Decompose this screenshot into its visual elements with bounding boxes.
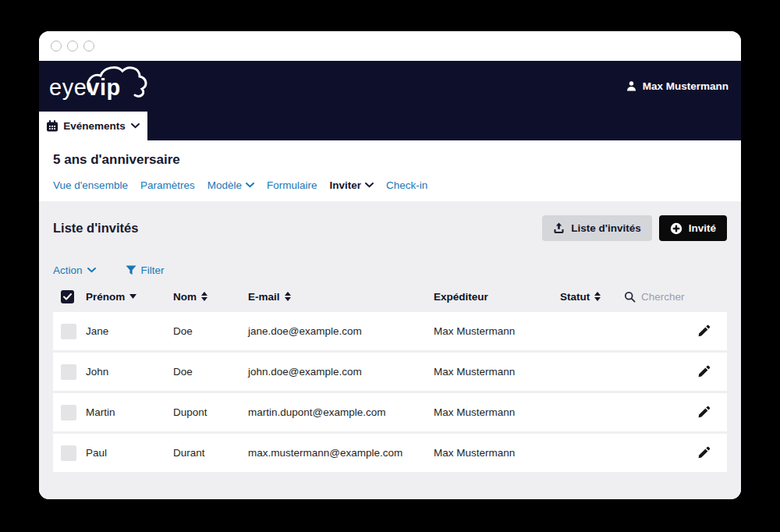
- nav-invite-label: Inviter: [329, 179, 361, 191]
- tab-events-label: Evénements: [63, 120, 126, 132]
- chevron-down-icon: [365, 183, 374, 188]
- window-control-close[interactable]: [51, 41, 62, 51]
- section-title: Liste d'invités: [53, 221, 138, 236]
- nav-invite[interactable]: Inviter: [329, 179, 374, 191]
- cell-firstname: Paul: [86, 447, 173, 459]
- user-icon: [626, 80, 637, 92]
- edit-guest-button[interactable]: [696, 404, 727, 420]
- guest-list-section: Liste d'invités Liste d'invités: [39, 201, 741, 499]
- nav-form-label: Formulaire: [267, 179, 317, 191]
- column-header-firstname[interactable]: Prénom: [86, 291, 173, 303]
- nav-settings-label: Paramètres: [140, 179, 195, 191]
- column-header-status[interactable]: Statut: [560, 291, 624, 303]
- upload-icon: [553, 222, 565, 234]
- sort-both-icon: [285, 292, 291, 301]
- cell-email: john.doe@example.com: [248, 366, 434, 378]
- column-header-status-label: Statut: [560, 291, 590, 303]
- filter-icon: [126, 265, 136, 275]
- search-icon: [624, 291, 636, 303]
- column-header-lastname[interactable]: Nom: [173, 291, 248, 303]
- pencil-icon: [697, 406, 711, 419]
- chevron-down-icon: [246, 183, 254, 188]
- table-header-row: Prénom Nom E-mail Expédit: [53, 287, 727, 306]
- select-all-checkbox[interactable]: [61, 290, 74, 303]
- sort-both-icon: [201, 292, 207, 301]
- app-window: eyevip Max Mustermann: [39, 31, 741, 499]
- upload-guest-list-button[interactable]: Liste d'invités: [542, 215, 651, 241]
- filter-label: Filter: [141, 264, 165, 276]
- window-control-maximize[interactable]: [83, 41, 94, 51]
- eyevip-logo[interactable]: eyevip: [49, 76, 121, 99]
- table-search: [624, 291, 708, 303]
- column-header-lastname-label: Nom: [173, 291, 197, 303]
- row-checkbox[interactable]: [61, 405, 76, 420]
- cell-sender: Max Mustermann: [434, 406, 560, 418]
- column-header-sender: Expéditeur: [434, 291, 560, 303]
- row-checkbox[interactable]: [61, 364, 76, 380]
- sort-desc-icon: [129, 294, 136, 299]
- page-title: 5 ans d'anniversaire: [53, 152, 727, 168]
- row-checkbox[interactable]: [61, 324, 76, 339]
- plus-circle-icon: [670, 222, 682, 235]
- edit-guest-button[interactable]: [696, 364, 727, 380]
- app-header: eyevip Max Mustermann: [39, 61, 741, 140]
- table-row: John Doe john.doe@example.com Max Muster…: [53, 353, 727, 391]
- nav-checkin-label: Check-in: [386, 179, 427, 191]
- cell-email: martin.dupont@example.com: [248, 406, 434, 418]
- user-menu[interactable]: Max Mustermann: [626, 80, 729, 92]
- nav-form[interactable]: Formulaire: [267, 179, 317, 191]
- cell-lastname: Dupont: [173, 406, 248, 418]
- filter-button[interactable]: Filter: [126, 264, 165, 276]
- cell-sender: Max Mustermann: [434, 366, 560, 378]
- nav-template-label: Modèle: [207, 179, 242, 191]
- nav-overview-label: Vue d'ensemble: [53, 179, 128, 191]
- tab-events[interactable]: Evénements: [39, 112, 147, 140]
- row-checkbox[interactable]: [61, 445, 76, 461]
- cell-lastname: Doe: [173, 325, 248, 337]
- nav-template[interactable]: Modèle: [207, 179, 254, 191]
- sort-both-icon: [594, 292, 601, 301]
- cloud-icon: [83, 64, 152, 103]
- chevron-down-icon: [87, 268, 96, 273]
- column-header-email[interactable]: E-mail: [248, 291, 434, 303]
- cell-sender: Max Mustermann: [434, 325, 560, 337]
- pencil-icon: [697, 365, 711, 378]
- upload-guest-list-label: Liste d'invités: [571, 222, 640, 234]
- user-name: Max Mustermann: [643, 80, 729, 92]
- add-guest-label: Invité: [689, 222, 716, 234]
- logo-text-light: eye: [49, 76, 87, 99]
- cell-sender: Max Mustermann: [434, 447, 560, 459]
- cell-firstname: Martin: [86, 406, 173, 418]
- action-dropdown[interactable]: Action: [53, 264, 96, 276]
- add-guest-button[interactable]: Invité: [659, 215, 727, 241]
- cell-email: max.mustermann@example.com: [248, 447, 434, 459]
- cell-firstname: Jane: [86, 325, 173, 337]
- column-header-firstname-label: Prénom: [86, 291, 125, 303]
- cell-lastname: Durant: [173, 447, 248, 459]
- column-header-email-label: E-mail: [248, 291, 280, 303]
- edit-guest-button[interactable]: [696, 323, 727, 339]
- table-row: Martin Dupont martin.dupont@example.com …: [53, 393, 727, 431]
- browser-topbar: [39, 31, 741, 61]
- cell-firstname: John: [86, 366, 173, 378]
- table-row: Paul Durant max.mustermann@example.com M…: [53, 434, 727, 472]
- search-input[interactable]: [641, 291, 708, 303]
- cell-email: jane.doe@example.com: [248, 325, 434, 337]
- nav-settings[interactable]: Paramètres: [140, 179, 195, 191]
- calendar-icon: [47, 120, 58, 132]
- chevron-down-icon: [131, 123, 140, 129]
- action-dropdown-label: Action: [53, 264, 83, 276]
- pencil-icon: [697, 325, 711, 338]
- edit-guest-button[interactable]: [696, 445, 727, 461]
- table-row: Jane Doe jane.doe@example.com Max Muster…: [53, 312, 727, 350]
- event-subnav: Vue d'ensemble Paramètres Modèle Formula…: [53, 179, 727, 201]
- window-control-minimize[interactable]: [67, 41, 78, 51]
- cell-lastname: Doe: [173, 366, 248, 378]
- nav-overview[interactable]: Vue d'ensemble: [53, 179, 128, 191]
- pencil-icon: [697, 446, 711, 459]
- page-header-area: 5 ans d'anniversaire Vue d'ensemble Para…: [39, 140, 741, 201]
- column-header-sender-label: Expéditeur: [434, 291, 488, 303]
- nav-checkin[interactable]: Check-in: [386, 179, 427, 191]
